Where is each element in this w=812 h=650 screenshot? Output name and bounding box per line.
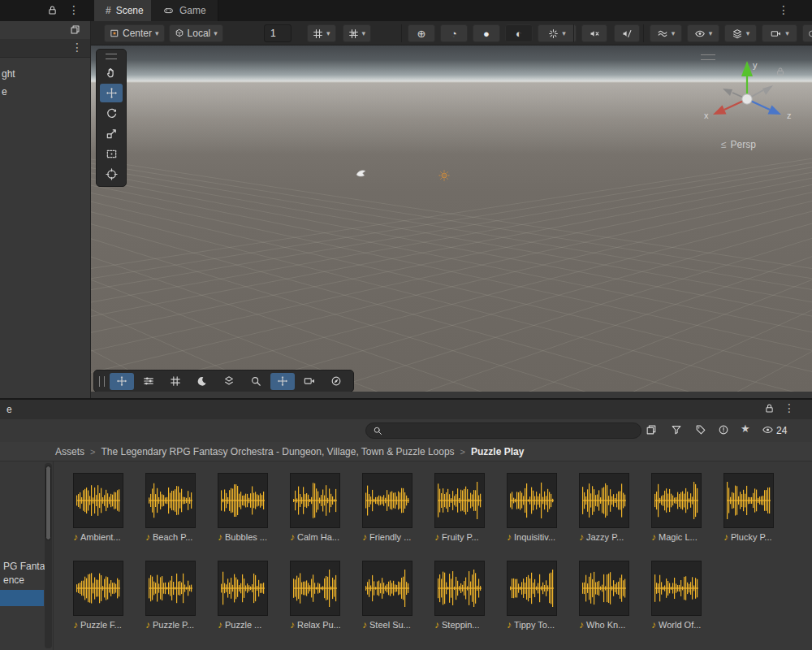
audio-item-name: Plucky P... [731, 532, 772, 542]
audio-item[interactable]: ♪ Who Kn... [579, 561, 629, 630]
scene-audio-mute-button[interactable] [581, 24, 607, 42]
snap-increment-input[interactable] [264, 24, 292, 42]
search-input[interactable] [386, 424, 634, 437]
view-options-button[interactable] [136, 373, 161, 390]
scale-tool-button[interactable] [100, 124, 123, 143]
scene-camera-dropdown[interactable]: ▾ [762, 24, 797, 42]
scene-object-mesh[interactable] [355, 167, 368, 181]
move-icon [277, 375, 288, 387]
audio-item[interactable]: ♪ Puzzle F... [73, 561, 123, 630]
scene-camera-settings-button[interactable]: ⊕ [408, 24, 435, 42]
hand-tool-button[interactable] [100, 63, 123, 82]
audio-item[interactable]: ♪ Inquisitiv... [507, 473, 557, 542]
waveform-thumbnail [145, 561, 196, 616]
breadcrumb-pack[interactable]: The Legendary RPG Fantasy Orchestra - Du… [101, 446, 454, 457]
audio-item-label: ♪ Tippy To... [507, 619, 557, 630]
scrollbar-thumb[interactable] [45, 466, 51, 540]
maximize-icon[interactable] [70, 24, 80, 35]
audio-item[interactable]: ♪ Steel Su... [362, 561, 412, 630]
scene-effects-dropdown[interactable]: ▾ [650, 24, 682, 42]
tab-scene[interactable]: # Scene [94, 0, 155, 21]
snap-move-button[interactable] [110, 373, 134, 390]
music-note-icon: ♪ [651, 620, 656, 630]
project-menu-icon[interactable]: ⋮ [784, 401, 795, 414]
scene-time-button[interactable]: ◔ [440, 24, 468, 42]
folder-tree-item[interactable]: ence [3, 574, 24, 586]
visible-count: 24 [776, 425, 787, 436]
toolbar-drag-handle[interactable] [99, 376, 105, 387]
project-tab-partial[interactable]: e [6, 404, 12, 415]
audio-item[interactable]: ♪ Puzzle ... [218, 561, 268, 630]
audio-item[interactable]: ♪ Friendly ... [362, 473, 412, 542]
panel-menu-icon[interactable]: ⋮ [68, 3, 80, 16]
audio-item[interactable]: ♪ World Of... [651, 561, 702, 630]
lock-icon[interactable] [47, 5, 58, 15]
audio-item[interactable]: ♪ Bubbles ... [218, 473, 268, 542]
hierarchy-item-light[interactable]: ght [2, 68, 15, 80]
search-field[interactable] [365, 422, 641, 439]
projection-toggle[interactable]: ≤ Persp [721, 139, 756, 150]
tree-scrollbar[interactable] [45, 463, 52, 648]
hierarchy-minirow [0, 21, 90, 40]
lock-icon[interactable] [764, 403, 775, 414]
hidden-packages-icon[interactable] [718, 424, 729, 436]
rect-tool-button[interactable] [100, 145, 123, 163]
scene-tools-overlay [96, 49, 127, 187]
favorites-star-icon[interactable]: ★ [741, 422, 750, 435]
folder-tree-item-selected[interactable] [0, 590, 44, 606]
orientation-gizmo[interactable]: y x z [697, 54, 802, 143]
scene-visibility-dropdown[interactable]: ▾ [687, 24, 719, 42]
toolbar-overflow-button[interactable] [802, 24, 812, 42]
increment-snap-icon [348, 28, 359, 39]
grid-snap-dropdown[interactable]: ▾ [307, 24, 336, 42]
camera-view-button[interactable] [297, 373, 322, 390]
move-icon [116, 375, 127, 387]
waveform [654, 566, 699, 611]
open-search-window-icon[interactable] [646, 424, 657, 436]
lighting-toggle-button[interactable] [190, 373, 214, 390]
audio-item[interactable]: ♪ Tippy To... [507, 561, 557, 630]
waveform [365, 478, 410, 523]
audio-item[interactable]: ♪ Beach P... [145, 473, 196, 542]
scene-shading-toggle[interactable]: ◐ [505, 24, 533, 42]
hierarchy-menu-icon[interactable]: ⋮ [71, 41, 83, 54]
grid-visibility-button[interactable] [163, 373, 188, 390]
space-mode-dropdown[interactable]: Local ▾ [169, 24, 223, 42]
folder-tree-item[interactable]: PG Fanta [3, 561, 45, 572]
audio-item[interactable]: ♪ Puzzle P... [145, 561, 196, 630]
transform-tool-button[interactable] [100, 165, 123, 184]
audio-item[interactable]: ♪ Ambient... [73, 473, 123, 542]
scene-audio-off-button[interactable] [614, 24, 640, 42]
audio-item[interactable]: ♪ Jazzy P... [579, 473, 629, 542]
increment-snap-dropdown[interactable]: ▾ [343, 24, 372, 42]
hierarchy-header: ⋮ [0, 39, 90, 58]
overlay-drag-handle[interactable] [106, 54, 117, 59]
particles-dropdown[interactable]: ▾ [538, 24, 577, 42]
audio-item-name: Friendly ... [369, 532, 411, 542]
scene-layers-dropdown[interactable]: ▾ [724, 24, 757, 42]
audio-item[interactable]: ♪ Calm Ha... [290, 473, 340, 542]
scale-icon [106, 128, 118, 140]
filter-by-label-icon[interactable] [695, 424, 706, 436]
audio-item[interactable]: ♪ Fruity P... [434, 473, 485, 542]
breadcrumb-assets[interactable]: Assets [55, 446, 84, 457]
tool-settings-button[interactable] [270, 373, 295, 390]
audio-item[interactable]: ♪ Relax Pu... [290, 561, 340, 630]
directional-light-gizmo[interactable] [438, 169, 451, 184]
window-menu-icon[interactable]: ⋮ [778, 3, 789, 16]
filter-by-type-icon[interactable] [671, 424, 682, 436]
move-tool-button[interactable] [100, 84, 123, 102]
audio-item[interactable]: ♪ Plucky P... [723, 473, 774, 542]
scene-lighting-button[interactable]: ● [473, 24, 500, 42]
audio-item[interactable]: ♪ Steppin... [434, 561, 485, 630]
dropdown-caret: ▾ [709, 30, 713, 37]
scene-search-button[interactable] [244, 373, 268, 390]
audio-item[interactable]: ♪ Magic L... [651, 473, 702, 542]
hierarchy-item[interactable]: e [2, 86, 7, 98]
tab-game[interactable]: Game [151, 0, 218, 21]
orientation-button[interactable] [324, 373, 348, 390]
scene-viewport[interactable]: y x z ≤ Persp [91, 46, 812, 392]
pivot-mode-dropdown[interactable]: Center ▾ [104, 24, 165, 42]
prefab-view-button[interactable] [217, 373, 241, 390]
rotate-tool-button[interactable] [100, 104, 123, 123]
